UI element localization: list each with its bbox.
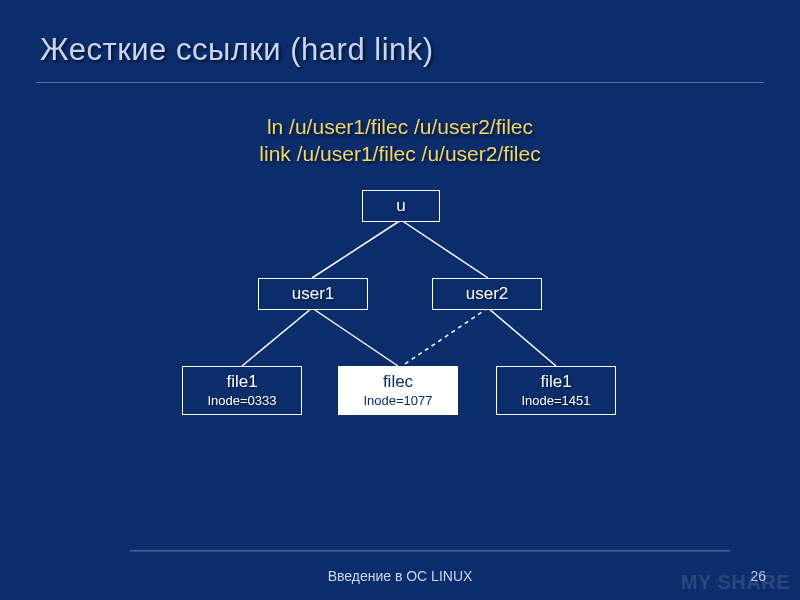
svg-line-1 bbox=[401, 220, 488, 278]
svg-line-3 bbox=[312, 308, 398, 366]
tree-diagram: u user1 user2 file1 Inode=0333 filec Ino… bbox=[140, 190, 660, 450]
node-label: filec bbox=[383, 372, 413, 391]
divider-line bbox=[130, 550, 730, 552]
tree-leaf-file1-right: file1 Inode=1451 bbox=[496, 366, 616, 415]
svg-line-2 bbox=[242, 308, 312, 366]
command-line-1: ln /u/user1/filec /u/user2/filec bbox=[36, 113, 764, 140]
tree-node-user1: user1 bbox=[258, 278, 368, 310]
tree-leaf-file1-left: file1 Inode=0333 bbox=[182, 366, 302, 415]
tree-leaf-filec: filec Inode=1077 bbox=[338, 366, 458, 415]
tree-node-user2: user2 bbox=[432, 278, 542, 310]
node-inode: Inode=0333 bbox=[183, 393, 301, 408]
slide: Жесткие ссылки (hard link) ln /u/user1/f… bbox=[0, 0, 800, 600]
tree-node-root: u bbox=[362, 190, 440, 222]
svg-line-0 bbox=[312, 220, 401, 278]
node-inode: Inode=1451 bbox=[497, 393, 615, 408]
svg-line-5 bbox=[402, 308, 488, 366]
command-block: ln /u/user1/filec /u/user2/filec link /u… bbox=[36, 113, 764, 168]
node-label: file1 bbox=[226, 372, 257, 391]
node-label: user2 bbox=[466, 284, 509, 303]
slide-title: Жесткие ссылки (hard link) bbox=[36, 24, 764, 83]
node-inode: Inode=1077 bbox=[339, 393, 457, 408]
command-line-2: link /u/user1/filec /u/user2/filec bbox=[36, 140, 764, 167]
node-label: u bbox=[396, 196, 405, 215]
watermark: MY SHARE bbox=[681, 571, 790, 594]
node-label: user1 bbox=[292, 284, 335, 303]
svg-line-4 bbox=[488, 308, 556, 366]
node-label: file1 bbox=[540, 372, 571, 391]
